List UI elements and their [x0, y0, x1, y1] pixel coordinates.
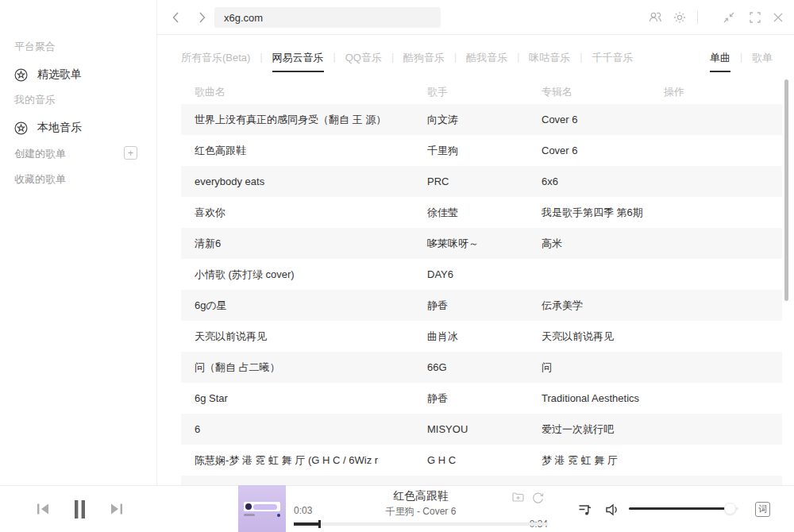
table-row[interactable]: 陈慧娴-梦 港 霓 虹 舞 厅 (G H C / 6Wiz r G H C 梦 … [181, 445, 782, 476]
song-artist: PRC [414, 175, 528, 187]
next-icon[interactable] [109, 501, 125, 520]
sidebar-item-featured-playlists[interactable]: 精选歌单 [14, 67, 82, 82]
lyrics-label: 词 [758, 503, 767, 515]
sidebar-section-my-music: 我的音乐 [14, 93, 56, 107]
view-tabs: 单曲|歌单 [710, 46, 782, 72]
sidebar-item-favorited-playlists[interactable]: 收藏的歌单 [14, 172, 66, 187]
table-row[interactable]: 红色高跟鞋 千里狗 Cover 6 [181, 135, 782, 166]
star-circle-icon [14, 68, 28, 82]
tab-source-1[interactable]: 网易云音乐 [272, 46, 324, 72]
sidebar-item-label: 精选歌单 [37, 67, 82, 82]
shrink-icon[interactable] [721, 10, 737, 25]
song-artist: 静香 [414, 299, 528, 313]
forward-icon[interactable] [194, 10, 210, 25]
song-album: 高米 [528, 237, 650, 251]
sidebar-item-label: 本地音乐 [37, 121, 82, 135]
tab-separator: | [580, 46, 582, 63]
tab-view-1[interactable]: 歌单 [752, 46, 773, 72]
album-art[interactable] [238, 485, 286, 532]
now-playing-subtitle: 千里狗 - Cover 6 [294, 505, 548, 519]
song-name: 红色高跟鞋 [181, 144, 414, 158]
tab-source-2[interactable]: QQ音乐 [345, 46, 382, 72]
tab-separator: | [260, 46, 262, 63]
song-artist: 66G [414, 361, 528, 373]
song-artist: 向文涛 [414, 113, 528, 127]
song-name: 陈慧娴-梦 港 霓 虹 舞 厅 (G H C / 6Wiz r [181, 453, 414, 468]
song-name: everybody eats [181, 175, 414, 187]
table-row[interactable] [181, 476, 782, 485]
queue-icon[interactable] [577, 502, 593, 521]
player-times: 0:03 千里狗 - Cover 6 0:34 [294, 505, 548, 519]
song-album: 问 [528, 360, 650, 375]
fullscreen-icon[interactable] [747, 10, 763, 25]
song-album: 天亮以前说再见 [528, 330, 650, 344]
tab-separator: | [454, 46, 457, 63]
column-header-album: 专辑名 [528, 85, 650, 99]
table-row[interactable]: 清新6 哆莱咪呀～ 高米 [181, 228, 782, 259]
table-row[interactable]: 6gの星 静香 伝承美学 [181, 290, 782, 321]
song-name: 清新6 [181, 237, 414, 251]
volume-fill [629, 507, 730, 510]
add-playlist-button[interactable]: + [124, 146, 137, 160]
previous-icon[interactable] [35, 501, 51, 520]
song-album: 我是歌手第四季 第6期 [528, 206, 650, 220]
close-icon[interactable] [770, 10, 786, 25]
pause-icon[interactable] [71, 499, 88, 522]
album-art-bubble [253, 504, 277, 510]
lyrics-icon[interactable]: 词 [755, 502, 770, 517]
tab-source-6[interactable]: 千千音乐 [592, 46, 633, 72]
song-album: 梦 港 霓 虹 舞 厅 [528, 453, 650, 468]
player-bar: 红色高跟鞋 0:03 千里狗 - Cover 6 0:34 [0, 485, 794, 532]
song-album: 伝承美学 [528, 299, 650, 313]
song-artist: 徐佳莹 [414, 206, 528, 220]
table-row[interactable]: 小情歌 (苏打绿 cover) DAY6 [181, 259, 782, 290]
song-artist: G H C [414, 454, 528, 466]
player-info: 红色高跟鞋 0:03 千里狗 - Cover 6 0:34 [294, 486, 548, 532]
album-art-card [244, 502, 280, 511]
song-table-body: 世界上没有真正的感同身受（翻自 王 源） 向文涛 Cover 6 红色高跟鞋 千… [181, 104, 782, 485]
song-album: 6x6 [528, 175, 650, 187]
song-artist: 曲肖冰 [414, 330, 528, 344]
table-row[interactable]: 问（翻自 占二曦） 66G 问 [181, 352, 782, 383]
progress-handle[interactable] [318, 520, 321, 528]
tab-source-0[interactable]: 所有音乐(Beta) [181, 46, 250, 72]
song-album: Cover 6 [528, 145, 650, 156]
volume-slider[interactable] [629, 507, 738, 510]
speaker-icon[interactable] [604, 502, 622, 521]
volume-knob[interactable] [724, 503, 736, 515]
sidebar: 平台聚合 精选歌单 我的音乐 本地音乐 创建的歌单 + [0, 0, 157, 485]
sidebar-section-platform: 平台聚合 [14, 40, 56, 54]
song-name: 天亮以前说再见 [181, 330, 414, 344]
sidebar-item-created-playlists[interactable]: 创建的歌单 [14, 147, 66, 161]
song-name: 小情歌 (苏打绿 cover) [181, 268, 414, 282]
progress-bar[interactable] [294, 522, 548, 526]
sidebar-item-local-music[interactable]: 本地音乐 [14, 121, 82, 135]
tab-view-0[interactable]: 单曲 [710, 46, 730, 72]
users-icon[interactable] [647, 10, 663, 25]
song-artist: 静香 [414, 391, 528, 406]
table-row[interactable]: 6 MISYOU 爱过一次就行吧 [181, 414, 782, 445]
tab-source-5[interactable]: 咪咕音乐 [529, 46, 570, 72]
gear-icon[interactable] [672, 10, 688, 25]
progress-fill [294, 522, 319, 526]
table-row[interactable]: everybody eats PRC 6x6 [181, 166, 782, 197]
table-row[interactable]: 天亮以前说再见 曲肖冰 天亮以前说再见 [181, 321, 782, 352]
column-header-action: 操作 [650, 85, 782, 99]
table-row[interactable]: 喜欢你 徐佳莹 我是歌手第四季 第6期 [181, 197, 782, 228]
song-name: 世界上没有真正的感同身受（翻自 王 源） [181, 113, 414, 127]
table-row[interactable]: 世界上没有真正的感同身受（翻自 王 源） 向文涛 Cover 6 [181, 104, 782, 135]
table-header: 歌曲名 歌手 专辑名 操作 [181, 79, 782, 104]
tab-source-4[interactable]: 酷我音乐 [466, 46, 507, 72]
table-row[interactable]: 6g Star 静香 Traditional Aesthetics [181, 383, 782, 414]
tab-separator: | [740, 46, 742, 63]
back-icon[interactable] [168, 10, 184, 25]
tabs-row: 所有音乐(Beta)|网易云音乐|QQ音乐|酷狗音乐|酷我音乐|咪咕音乐|千千音… [181, 46, 782, 73]
tab-source-3[interactable]: 酷狗音乐 [403, 46, 445, 72]
scrollbar-thumb[interactable] [784, 79, 788, 301]
app-window: 平台聚合 精选歌单 我的音乐 本地音乐 创建的歌单 + [0, 0, 794, 532]
column-header-song: 歌曲名 [181, 85, 414, 99]
search-input[interactable] [214, 7, 441, 28]
song-artist: 哆莱咪呀～ [414, 237, 528, 251]
song-album: Cover 6 [528, 114, 650, 125]
album-art-footer [244, 514, 280, 517]
